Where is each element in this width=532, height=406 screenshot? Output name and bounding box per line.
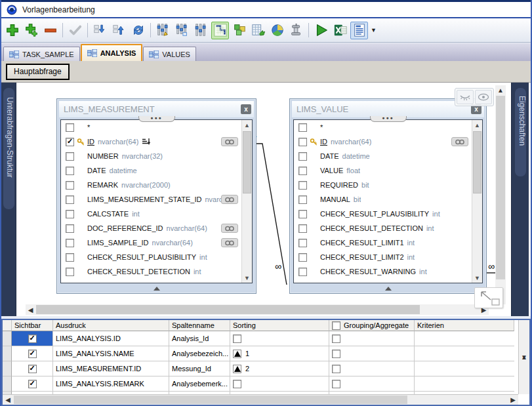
designer-toggle-icon[interactable] bbox=[211, 22, 229, 39]
row-indicator[interactable] bbox=[3, 346, 12, 361]
row-indicator[interactable] bbox=[3, 376, 12, 392]
column-row[interactable]: CHECK_RESULT_PLAUSIBILITY int bbox=[61, 250, 252, 264]
column-checkbox[interactable] bbox=[298, 268, 307, 276]
scroll-right-icon[interactable]: ▶ bbox=[508, 395, 518, 405]
scroll-up-icon[interactable]: ▲ bbox=[495, 85, 506, 95]
cell-spaltenname[interactable]: Analysebezeich... bbox=[169, 346, 230, 361]
column-checkbox[interactable] bbox=[66, 224, 74, 233]
show-columns-icon[interactable] bbox=[475, 90, 492, 104]
move-down-icon[interactable] bbox=[91, 22, 109, 39]
column-row[interactable]: CHECK_RESULT_PLAUSIBILITY int bbox=[294, 207, 482, 221]
table-notch[interactable]: ●●● bbox=[370, 116, 407, 122]
column-checkbox[interactable] bbox=[66, 138, 74, 146]
group-cubes-icon[interactable] bbox=[230, 22, 248, 39]
column-row[interactable]: DATE datetime bbox=[294, 149, 482, 163]
grid-horizontal-scrollbar[interactable]: ◀ ▶ bbox=[3, 394, 518, 405]
column-checkbox[interactable] bbox=[298, 253, 307, 262]
visible-checkbox[interactable] bbox=[28, 380, 37, 388]
collapse-handle[interactable] bbox=[293, 285, 483, 292]
cell-sichtbar[interactable] bbox=[12, 346, 53, 361]
link-icon[interactable] bbox=[221, 238, 238, 247]
grouping-checkbox[interactable] bbox=[332, 380, 340, 388]
properties-panel[interactable]: Eigenschaften bbox=[511, 83, 529, 316]
grid-row[interactable]: LIMS_ANALYSIS.ID Analysis_Id bbox=[3, 331, 518, 346]
remove-icon[interactable] bbox=[41, 22, 59, 39]
header-kriterien[interactable]: Kriterien bbox=[415, 320, 514, 331]
filter-icon[interactable] bbox=[192, 22, 210, 39]
column-row[interactable]: * bbox=[294, 120, 482, 134]
cell-sichtbar[interactable] bbox=[12, 361, 53, 376]
link-icon[interactable] bbox=[221, 137, 238, 146]
grouping-header-checkbox[interactable] bbox=[332, 321, 340, 330]
report-icon[interactable] bbox=[350, 22, 368, 39]
column-row[interactable]: CALCSTATE int bbox=[61, 207, 252, 221]
column-row[interactable]: * bbox=[61, 120, 252, 134]
column-checkbox[interactable] bbox=[298, 123, 307, 132]
column-checkbox[interactable] bbox=[298, 210, 307, 218]
column-row[interactable]: DATE datetime bbox=[61, 163, 252, 178]
report-dropdown-icon[interactable]: ▼ bbox=[371, 27, 377, 33]
close-icon[interactable]: x bbox=[241, 104, 251, 114]
table-lims-value[interactable]: LIMS_VALUE x ●●● * ID nvarchar(64) bbox=[289, 98, 487, 294]
sorting-checkbox[interactable] bbox=[233, 380, 241, 388]
column-row[interactable]: LIMS_SAMPLE_ID nvarchar(64) bbox=[61, 235, 252, 250]
column-checkbox[interactable] bbox=[298, 224, 307, 233]
column-checkbox[interactable] bbox=[66, 268, 74, 276]
apply-icon[interactable] bbox=[66, 22, 84, 39]
scroll-down-icon[interactable]: ▼ bbox=[519, 320, 529, 394]
cell-sorting[interactable]: 1 bbox=[230, 346, 329, 361]
visible-checkbox[interactable] bbox=[28, 335, 37, 343]
cell-sichtbar[interactable] bbox=[12, 331, 53, 346]
grouping-checkbox[interactable] bbox=[332, 365, 340, 373]
column-checkbox[interactable] bbox=[66, 195, 74, 204]
link-icon[interactable] bbox=[221, 195, 238, 204]
cell-spaltenname[interactable]: Analysis_Id bbox=[169, 331, 230, 346]
visible-checkbox[interactable] bbox=[28, 350, 37, 358]
cell-kriterien[interactable] bbox=[415, 331, 514, 346]
column-checkbox[interactable] bbox=[298, 239, 307, 247]
main-query-button[interactable]: Hauptabfrage bbox=[6, 64, 70, 80]
scroll-up-icon[interactable]: ▲ bbox=[472, 120, 482, 130]
column-row[interactable]: ID nvarchar(64) bbox=[294, 134, 482, 149]
cell-grouping[interactable] bbox=[329, 376, 415, 392]
refresh-icon[interactable] bbox=[129, 22, 147, 39]
column-checkbox[interactable] bbox=[298, 152, 307, 161]
scroll-thumb[interactable] bbox=[14, 396, 407, 404]
filter-edit-icon[interactable] bbox=[154, 22, 172, 39]
column-row[interactable]: CHECK_RESULT_DETECTION int bbox=[61, 264, 252, 279]
scroll-up-icon[interactable]: ▲ bbox=[242, 120, 252, 130]
table-export-icon[interactable] bbox=[249, 22, 267, 39]
tab-analysis[interactable]: ANALYSIS bbox=[81, 44, 143, 61]
cell-sichtbar[interactable] bbox=[12, 376, 53, 392]
column-row[interactable]: NUMBER nvarchar(32) bbox=[61, 149, 252, 163]
cell-kriterien[interactable] bbox=[415, 346, 514, 361]
sorting-checkbox[interactable] bbox=[233, 335, 241, 343]
column-row[interactable]: CHECK_RESULT_LIMIT1 int bbox=[294, 235, 482, 250]
scroll-thumb[interactable] bbox=[473, 131, 481, 193]
scroll-down-icon[interactable]: ▼ bbox=[242, 273, 252, 283]
grid-row[interactable]: LIMS_MEASUREMENT.ID Messung_Id 2 bbox=[3, 361, 518, 376]
column-row[interactable]: VALUE float bbox=[294, 163, 482, 178]
column-row[interactable]: ID nvarchar(64) bbox=[61, 134, 252, 149]
table-scrollbar[interactable]: ▲ ▼ bbox=[472, 120, 482, 283]
canvas-horizontal-scrollbar[interactable]: ◀ ▶ bbox=[26, 304, 489, 315]
tab-task-sample[interactable]: TASK_SAMPLE bbox=[3, 47, 80, 61]
column-checkbox[interactable] bbox=[66, 239, 74, 247]
cell-ausdruck[interactable]: LIMS_ANALYSIS.ID bbox=[53, 331, 169, 346]
table-notch[interactable]: ●●● bbox=[138, 116, 175, 122]
sort-ascending-icon[interactable] bbox=[233, 365, 241, 373]
grouping-checkbox[interactable] bbox=[332, 350, 340, 358]
header-grouping[interactable]: Grouping/Aggregate bbox=[329, 320, 415, 331]
header-sichtbar[interactable]: Sichtbar bbox=[12, 320, 53, 331]
scroll-thumb[interactable] bbox=[36, 305, 420, 314]
cell-sorting[interactable] bbox=[230, 376, 329, 392]
column-checkbox[interactable] bbox=[298, 195, 307, 204]
designer-canvas[interactable]: 1 ∞ ∞ LIMS_MEASUREMENT x ●●● * bbox=[16, 83, 508, 316]
cell-ausdruck[interactable]: LIMS_MEASUREMENT.ID bbox=[53, 361, 169, 376]
column-row[interactable]: DOC_REFERENCE_ID nvarchar(64) bbox=[61, 221, 252, 235]
cell-grouping[interactable] bbox=[329, 361, 415, 376]
link-icon[interactable] bbox=[451, 137, 468, 146]
sort-ascending-icon[interactable] bbox=[233, 350, 241, 358]
cell-spaltenname[interactable]: Analysebemerk... bbox=[169, 376, 230, 392]
table-lims-measurement[interactable]: LIMS_MEASUREMENT x ●●● * ID nvarchar(64) bbox=[56, 98, 256, 294]
